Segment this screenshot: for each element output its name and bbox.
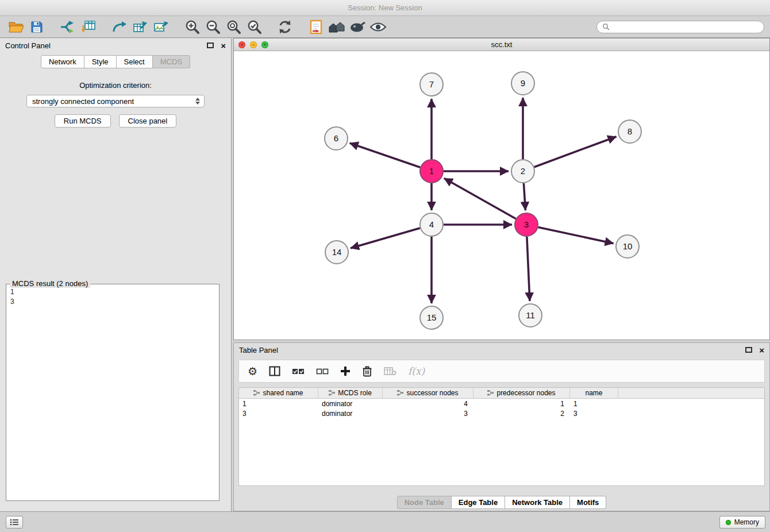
edge-2-3[interactable] [523, 183, 525, 210]
node-2[interactable]: 2 [511, 160, 534, 183]
refresh-button[interactable] [275, 18, 295, 36]
first-neighbors-button[interactable] [306, 18, 326, 36]
table-panel-title: Table Panel [239, 346, 278, 354]
close-table-panel-button[interactable]: × [759, 346, 764, 354]
tab-edge-table[interactable]: Edge Table [452, 496, 505, 509]
home-view-button[interactable] [326, 18, 347, 36]
select-all-columns-button[interactable] [292, 363, 305, 379]
tab-motifs[interactable]: Motifs [570, 496, 606, 509]
node-14[interactable]: 14 [325, 241, 348, 264]
tab-network-table[interactable]: Network Table [505, 496, 570, 509]
tab-node-table[interactable]: Node Table [397, 496, 452, 509]
tab-select[interactable]: Select [117, 55, 153, 68]
edge-3-11[interactable] [527, 237, 530, 301]
attribute-icon [487, 390, 494, 396]
tab-mcds[interactable]: MCDS [153, 55, 190, 68]
tab-style[interactable]: Style [84, 55, 117, 68]
cell-successor-nodes[interactable]: 4 [383, 399, 473, 408]
node-6[interactable]: 6 [325, 127, 348, 150]
node-11[interactable]: 11 [519, 304, 542, 327]
network-canvas[interactable]: 1234678910111415 [234, 51, 769, 340]
network-graph-svg[interactable]: 1234678910111415 [234, 51, 769, 340]
show-hide-button[interactable] [368, 18, 388, 36]
column-header-predecessor-nodes[interactable]: predecessor nodes [473, 388, 570, 398]
cell-name[interactable]: 1 [570, 399, 618, 408]
close-panel-button[interactable]: Close panel [119, 114, 177, 128]
cell-shared-name[interactable]: 1 [239, 399, 318, 408]
search-input[interactable] [613, 23, 759, 31]
gear-icon: ⚙ [248, 366, 257, 377]
tab-network[interactable]: Network [41, 55, 84, 68]
table-panel-tabs: Node Table Edge Table Network Table Moti… [234, 496, 769, 509]
delete-table-button [384, 363, 396, 379]
search-icon [602, 23, 610, 30]
cell-shared-name[interactable]: 3 [239, 408, 318, 418]
delete-row-button[interactable] [362, 363, 372, 379]
memory-button[interactable]: Memory [719, 516, 765, 529]
column-header-shared-name[interactable]: shared name [239, 388, 318, 398]
add-row-button[interactable] [340, 363, 351, 379]
save-session-button[interactable] [26, 18, 47, 36]
node-10[interactable]: 10 [616, 235, 639, 258]
run-mcds-button[interactable]: Run MCDS [55, 114, 111, 128]
show-columns-button[interactable] [269, 363, 280, 379]
zoom-in-button[interactable] [182, 18, 202, 36]
edge-3-10[interactable] [538, 227, 614, 243]
close-panel-icon-button[interactable]: × [221, 41, 226, 50]
style-paint-button[interactable] [347, 18, 368, 36]
network-view-window: × − + scc.txt 1234678910111415 [233, 38, 770, 340]
edge-4-14[interactable] [351, 228, 420, 248]
float-panel-button[interactable] [207, 43, 214, 48]
node-1[interactable]: 1 [420, 160, 443, 183]
cell-mcds-role[interactable]: dominator [318, 408, 383, 418]
node-label: 10 [623, 241, 633, 251]
node-15[interactable]: 15 [420, 306, 443, 329]
node-4[interactable]: 4 [420, 213, 443, 236]
node-3[interactable]: 3 [515, 213, 538, 236]
plus-icon [340, 366, 351, 376]
edge-2-8[interactable] [534, 137, 617, 167]
column-header-name[interactable]: name [570, 388, 618, 398]
column-header-successor-nodes[interactable]: successor nodes [383, 388, 473, 398]
window-minimize-button[interactable]: − [250, 41, 257, 48]
open-session-button[interactable] [6, 18, 26, 36]
export-image-button[interactable] [151, 18, 171, 36]
cell-mcds-role[interactable]: dominator [318, 399, 383, 408]
search-box[interactable] [596, 21, 764, 33]
zoom-out-button[interactable] [202, 18, 223, 36]
folder-open-icon [8, 21, 24, 33]
mcds-result-line: 1 [10, 287, 215, 297]
column-header-mcds-role[interactable]: MCDS role [318, 388, 383, 398]
deselect-all-columns-button[interactable] [316, 363, 329, 379]
window-close-button[interactable]: × [238, 41, 245, 48]
node-table-header: shared name MCDS role successor nodes pr… [239, 388, 764, 399]
edge-3-1[interactable] [444, 178, 516, 218]
cell-name[interactable]: 3 [570, 408, 618, 418]
float-table-panel-button[interactable] [745, 347, 752, 353]
zoom-fit-button[interactable] [223, 18, 244, 36]
layout-network-button[interactable] [109, 18, 130, 36]
node-7[interactable]: 7 [420, 73, 443, 96]
node-label: 6 [334, 133, 338, 143]
cell-predecessor-nodes[interactable]: 1 [473, 399, 570, 408]
network-from-table-button[interactable] [130, 18, 151, 36]
edge-1-6[interactable] [350, 143, 421, 167]
task-history-button[interactable] [6, 516, 23, 529]
unchecked-boxes-icon [316, 367, 329, 376]
import-table-button[interactable] [78, 18, 99, 36]
criterion-dropdown[interactable]: strongly connected component [26, 95, 205, 107]
table-row[interactable]: 1 dominator 4 1 1 [239, 399, 764, 408]
attribute-icon [253, 390, 260, 396]
zoom-selected-button[interactable] [244, 18, 264, 36]
node-9[interactable]: 9 [511, 72, 534, 95]
window-zoom-button[interactable]: + [261, 41, 268, 48]
import-network-icon [60, 20, 76, 34]
cell-predecessor-nodes[interactable]: 2 [473, 408, 570, 418]
cell-successor-nodes[interactable]: 3 [383, 408, 473, 418]
table-row[interactable]: 3 dominator 3 2 3 [239, 408, 764, 418]
memory-label: Memory [734, 518, 759, 526]
table-toolbar: ⚙ [238, 360, 765, 383]
table-settings-button[interactable]: ⚙ [248, 363, 257, 379]
import-network-button[interactable] [57, 18, 78, 36]
node-8[interactable]: 8 [618, 120, 641, 143]
